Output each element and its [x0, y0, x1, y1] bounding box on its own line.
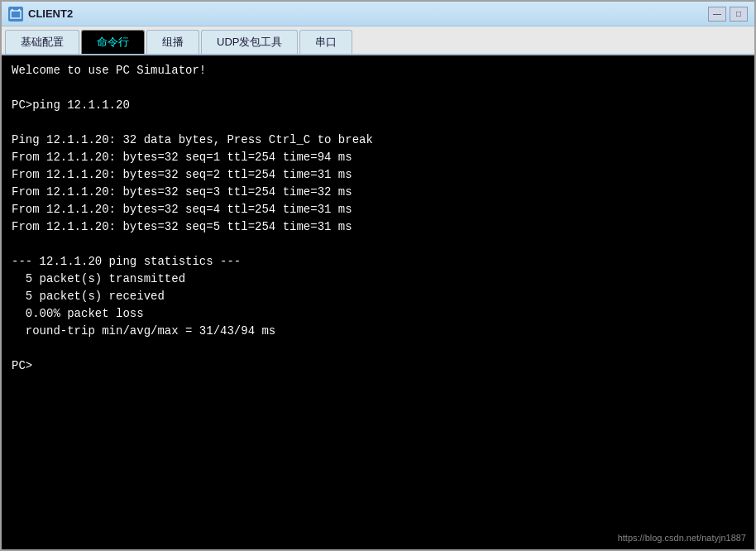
window-title: CLIENT2 [28, 7, 708, 20]
main-window: CLIENT2 — □ 基础配置 命令行 组播 UDP发包工具 串口 Welco… [0, 0, 756, 551]
title-bar: CLIENT2 — □ [2, 2, 754, 26]
terminal-output: Welcome to use PC Simulator! PC>ping 12.… [12, 62, 744, 375]
tab-udp[interactable]: UDP发包工具 [201, 30, 298, 54]
tab-bar: 基础配置 命令行 组播 UDP发包工具 串口 [2, 26, 754, 55]
terminal-area[interactable]: Welcome to use PC Simulator! PC>ping 12.… [2, 55, 754, 549]
tab-cmd[interactable]: 命令行 [81, 30, 145, 54]
maximize-button[interactable]: □ [730, 7, 748, 22]
window-controls: — □ [708, 7, 748, 22]
tab-serial[interactable]: 串口 [299, 30, 352, 54]
tab-basic[interactable]: 基础配置 [5, 30, 79, 54]
minimize-button[interactable]: — [708, 7, 726, 22]
watermark: https://blog.csdn.net/natyjn1887 [618, 533, 746, 543]
app-icon [8, 7, 23, 22]
svg-rect-0 [11, 11, 21, 18]
tab-group[interactable]: 组播 [146, 30, 199, 54]
